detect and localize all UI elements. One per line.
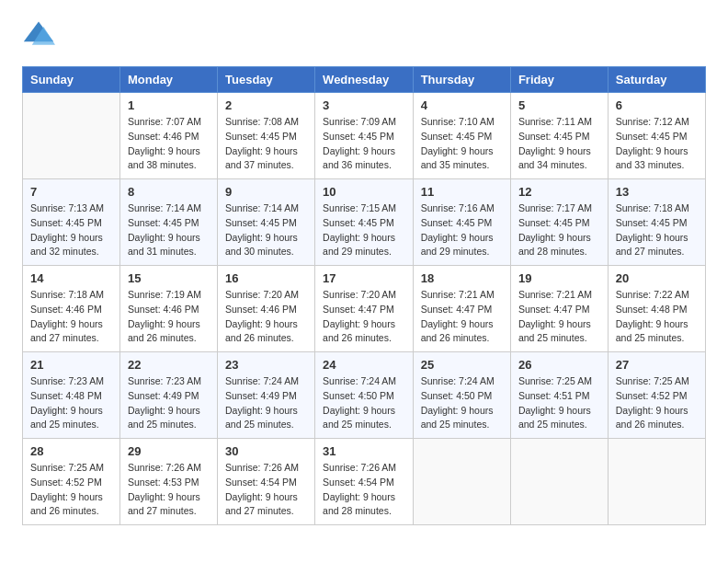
- day-info: Sunrise: 7:11 AMSunset: 4:45 PMDaylight:…: [518, 115, 600, 173]
- day-number: 1: [128, 98, 210, 112]
- day-number: 22: [128, 358, 210, 372]
- day-info: Sunrise: 7:10 AMSunset: 4:45 PMDaylight:…: [421, 115, 503, 173]
- calendar-week-4: 21Sunrise: 7:23 AMSunset: 4:48 PMDayligh…: [23, 352, 706, 439]
- calendar-table: SundayMondayTuesdayWednesdayThursdayFrid…: [22, 66, 706, 525]
- day-info: Sunrise: 7:21 AMSunset: 4:47 PMDaylight:…: [421, 288, 503, 346]
- weekday-header-sunday: Sunday: [23, 67, 120, 93]
- day-number: 8: [128, 185, 210, 199]
- calendar-cell: 24Sunrise: 7:24 AMSunset: 4:50 PMDayligh…: [315, 352, 414, 439]
- calendar-week-5: 28Sunrise: 7:25 AMSunset: 4:52 PMDayligh…: [23, 439, 706, 525]
- calendar-cell: 18Sunrise: 7:21 AMSunset: 4:47 PMDayligh…: [413, 266, 510, 352]
- day-number: 4: [421, 98, 503, 112]
- calendar-cell: 9Sunrise: 7:14 AMSunset: 4:45 PMDaylight…: [218, 179, 315, 266]
- weekday-header-friday: Friday: [510, 67, 608, 93]
- day-info: Sunrise: 7:25 AMSunset: 4:52 PMDaylight:…: [30, 461, 112, 519]
- calendar-cell: 23Sunrise: 7:24 AMSunset: 4:49 PMDayligh…: [218, 352, 315, 439]
- day-number: 28: [30, 444, 112, 458]
- day-number: 24: [323, 358, 405, 372]
- weekday-header-row: SundayMondayTuesdayWednesdayThursdayFrid…: [23, 67, 706, 93]
- day-number: 26: [518, 358, 600, 372]
- day-info: Sunrise: 7:09 AMSunset: 4:45 PMDaylight:…: [323, 115, 405, 173]
- calendar-cell: 5Sunrise: 7:11 AMSunset: 4:45 PMDaylight…: [510, 93, 608, 179]
- weekday-header-saturday: Saturday: [608, 67, 705, 93]
- logo: [22, 18, 61, 52]
- calendar-week-1: 1Sunrise: 7:07 AMSunset: 4:46 PMDaylight…: [23, 93, 706, 179]
- day-number: 11: [421, 185, 503, 199]
- calendar-cell: 3Sunrise: 7:09 AMSunset: 4:45 PMDaylight…: [315, 93, 414, 179]
- calendar-week-3: 14Sunrise: 7:18 AMSunset: 4:46 PMDayligh…: [23, 266, 706, 352]
- calendar-cell: [608, 439, 705, 525]
- day-info: Sunrise: 7:21 AMSunset: 4:47 PMDaylight:…: [518, 288, 600, 346]
- calendar-cell: 31Sunrise: 7:26 AMSunset: 4:54 PMDayligh…: [315, 439, 414, 525]
- day-info: Sunrise: 7:20 AMSunset: 4:47 PMDaylight:…: [323, 288, 405, 346]
- day-number: 2: [225, 98, 307, 112]
- day-number: 18: [421, 271, 503, 285]
- day-info: Sunrise: 7:12 AMSunset: 4:45 PMDaylight:…: [616, 115, 698, 173]
- calendar-cell: 25Sunrise: 7:24 AMSunset: 4:50 PMDayligh…: [413, 352, 510, 439]
- day-info: Sunrise: 7:17 AMSunset: 4:45 PMDaylight:…: [518, 201, 600, 259]
- calendar-cell: 7Sunrise: 7:13 AMSunset: 4:45 PMDaylight…: [23, 179, 120, 266]
- day-number: 27: [616, 358, 698, 372]
- calendar-cell: 16Sunrise: 7:20 AMSunset: 4:46 PMDayligh…: [218, 266, 315, 352]
- day-info: Sunrise: 7:18 AMSunset: 4:46 PMDaylight:…: [30, 288, 112, 346]
- calendar-cell: 14Sunrise: 7:18 AMSunset: 4:46 PMDayligh…: [23, 266, 120, 352]
- day-number: 15: [128, 271, 210, 285]
- day-info: Sunrise: 7:25 AMSunset: 4:51 PMDaylight:…: [518, 374, 600, 432]
- calendar-cell: 11Sunrise: 7:16 AMSunset: 4:45 PMDayligh…: [413, 179, 510, 266]
- calendar-cell: 17Sunrise: 7:20 AMSunset: 4:47 PMDayligh…: [315, 266, 414, 352]
- day-info: Sunrise: 7:07 AMSunset: 4:46 PMDaylight:…: [128, 115, 210, 173]
- logo-icon: [22, 18, 55, 52]
- day-number: 19: [518, 271, 600, 285]
- day-info: Sunrise: 7:08 AMSunset: 4:45 PMDaylight:…: [225, 115, 307, 173]
- calendar-cell: 13Sunrise: 7:18 AMSunset: 4:45 PMDayligh…: [608, 179, 705, 266]
- calendar-cell: [510, 439, 608, 525]
- day-info: Sunrise: 7:24 AMSunset: 4:50 PMDaylight:…: [323, 374, 405, 432]
- day-number: 6: [616, 98, 698, 112]
- day-number: 12: [518, 185, 600, 199]
- day-number: 21: [30, 358, 112, 372]
- day-info: Sunrise: 7:26 AMSunset: 4:54 PMDaylight:…: [225, 461, 307, 519]
- day-number: 7: [30, 185, 112, 199]
- calendar-cell: 6Sunrise: 7:12 AMSunset: 4:45 PMDaylight…: [608, 93, 705, 179]
- day-info: Sunrise: 7:16 AMSunset: 4:45 PMDaylight:…: [421, 201, 503, 259]
- day-info: Sunrise: 7:20 AMSunset: 4:46 PMDaylight:…: [225, 288, 307, 346]
- day-number: 16: [225, 271, 307, 285]
- day-info: Sunrise: 7:26 AMSunset: 4:54 PMDaylight:…: [323, 461, 405, 519]
- day-info: Sunrise: 7:23 AMSunset: 4:48 PMDaylight:…: [30, 374, 112, 432]
- calendar-cell: 4Sunrise: 7:10 AMSunset: 4:45 PMDaylight…: [413, 93, 510, 179]
- day-info: Sunrise: 7:14 AMSunset: 4:45 PMDaylight:…: [225, 201, 307, 259]
- calendar-cell: 29Sunrise: 7:26 AMSunset: 4:53 PMDayligh…: [119, 439, 217, 525]
- day-info: Sunrise: 7:25 AMSunset: 4:52 PMDaylight:…: [616, 374, 698, 432]
- day-number: 29: [128, 444, 210, 458]
- day-number: 5: [518, 98, 600, 112]
- weekday-header-thursday: Thursday: [413, 67, 510, 93]
- weekday-header-monday: Monday: [119, 67, 217, 93]
- day-number: 30: [225, 444, 307, 458]
- calendar-cell: 1Sunrise: 7:07 AMSunset: 4:46 PMDaylight…: [119, 93, 217, 179]
- day-number: 17: [323, 271, 405, 285]
- calendar-cell: 12Sunrise: 7:17 AMSunset: 4:45 PMDayligh…: [510, 179, 608, 266]
- day-number: 10: [323, 185, 405, 199]
- day-info: Sunrise: 7:24 AMSunset: 4:50 PMDaylight:…: [421, 374, 503, 432]
- weekday-header-tuesday: Tuesday: [218, 67, 315, 93]
- day-info: Sunrise: 7:15 AMSunset: 4:45 PMDaylight:…: [323, 201, 405, 259]
- calendar-cell: 22Sunrise: 7:23 AMSunset: 4:49 PMDayligh…: [119, 352, 217, 439]
- day-info: Sunrise: 7:24 AMSunset: 4:49 PMDaylight:…: [225, 374, 307, 432]
- calendar-cell: 28Sunrise: 7:25 AMSunset: 4:52 PMDayligh…: [23, 439, 120, 525]
- day-number: 13: [616, 185, 698, 199]
- day-info: Sunrise: 7:23 AMSunset: 4:49 PMDaylight:…: [128, 374, 210, 432]
- day-number: 14: [30, 271, 112, 285]
- day-info: Sunrise: 7:14 AMSunset: 4:45 PMDaylight:…: [128, 201, 210, 259]
- day-info: Sunrise: 7:22 AMSunset: 4:48 PMDaylight:…: [616, 288, 698, 346]
- page-header: [22, 18, 706, 52]
- calendar-cell: 21Sunrise: 7:23 AMSunset: 4:48 PMDayligh…: [23, 352, 120, 439]
- calendar-cell: 2Sunrise: 7:08 AMSunset: 4:45 PMDaylight…: [218, 93, 315, 179]
- day-number: 3: [323, 98, 405, 112]
- day-number: 9: [225, 185, 307, 199]
- day-info: Sunrise: 7:19 AMSunset: 4:46 PMDaylight:…: [128, 288, 210, 346]
- calendar-cell: 8Sunrise: 7:14 AMSunset: 4:45 PMDaylight…: [119, 179, 217, 266]
- day-number: 23: [225, 358, 307, 372]
- calendar-cell: 26Sunrise: 7:25 AMSunset: 4:51 PMDayligh…: [510, 352, 608, 439]
- calendar-cell: 30Sunrise: 7:26 AMSunset: 4:54 PMDayligh…: [218, 439, 315, 525]
- calendar-cell: 20Sunrise: 7:22 AMSunset: 4:48 PMDayligh…: [608, 266, 705, 352]
